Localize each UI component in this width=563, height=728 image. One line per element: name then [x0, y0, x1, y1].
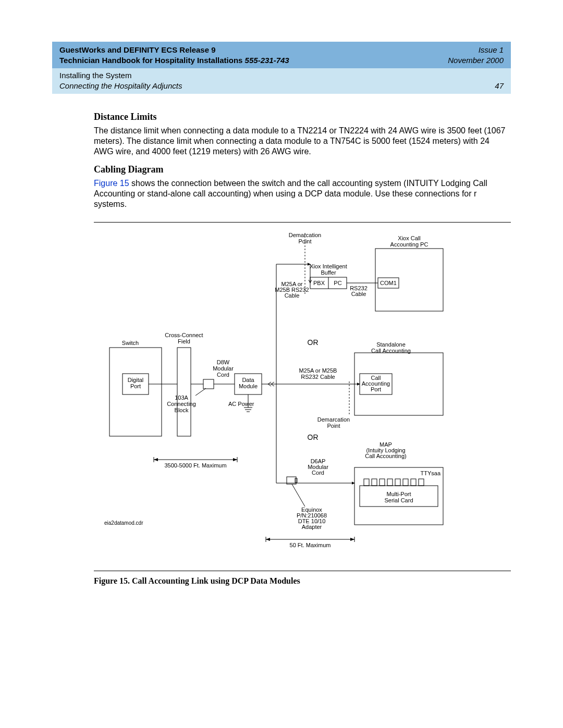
svg-rect-63 [372, 479, 377, 486]
lbl-standalone-1: Standalone [376, 341, 406, 348]
svg-rect-64 [380, 479, 385, 486]
cabling-diagram: Digital Port Switch Cross-Connect Field … [94, 228, 480, 556]
header-dark: GuestWorks and DEFINITY ECS Release 9 Te… [52, 42, 511, 68]
lbl-or-1: OR [308, 338, 319, 347]
page-number: 47 [495, 81, 504, 91]
svg-text:Connecting: Connecting [167, 401, 196, 407]
lbl-eia-file: eia2datamod.cdr [104, 520, 143, 526]
lbl-xiox-pc-1: Xiox Call [398, 235, 420, 241]
lbl-xib-1: Xiox Intelligent [310, 263, 347, 269]
svg-marker-22 [154, 458, 158, 461]
svg-marker-72 [266, 538, 270, 541]
svg-text:Block: Block [175, 407, 189, 413]
hdr-date: November 2000 [448, 55, 504, 66]
svg-text:Modular: Modular [213, 365, 234, 372]
header-light: Installing the System Connecting the Hos… [52, 68, 511, 94]
lbl-pc: PC [334, 280, 341, 286]
lbl-data-module-1: Data [242, 377, 254, 383]
heading-cabling-diagram: Cabling Diagram [94, 164, 511, 175]
figure-ref-link[interactable]: Figure 15 [94, 179, 129, 188]
svg-rect-4 [177, 348, 191, 436]
svg-text:Point: Point [298, 238, 311, 244]
svg-text:Serial Card: Serial Card [384, 497, 413, 503]
lbl-or-2: OR [308, 433, 319, 441]
para-cabling-text: shows the connection between the switch … [94, 179, 487, 208]
svg-text:Port: Port [130, 383, 141, 389]
rule-below-figure [94, 571, 511, 571]
figure-caption: Figure 15. Call Accounting Link using DC… [94, 576, 511, 586]
svg-text:Call Accounting): Call Accounting) [365, 453, 407, 459]
svg-text:Cable: Cable [351, 291, 366, 297]
lbl-serial-1: Multi-Port [386, 491, 411, 497]
svg-text:Accounting PC: Accounting PC [390, 241, 429, 248]
lbl-103a-1: 103A [175, 394, 188, 401]
lbl-dist-3500: 3500-5000 Ft. Maximum [164, 462, 226, 468]
svg-text:Point: Point [327, 423, 340, 429]
svg-text:RS232 Cable: RS232 Cable [301, 374, 335, 380]
svg-text:Call Accounting: Call Accounting [371, 348, 411, 354]
hdr-title-1: GuestWorks and DEFINITY ECS Release 9 [59, 45, 289, 55]
para-cabling-diagram: Figure 15 shows the connection between t… [94, 178, 511, 209]
lbl-switch: Switch [122, 340, 139, 346]
lbl-demarc-2a: Demarcation [317, 416, 350, 423]
lbl-fifty: 50 Ft. Maximum [290, 542, 331, 548]
rule-above-figure [94, 222, 511, 223]
content-area: Distance Limits The distance limit when … [52, 94, 511, 586]
svg-text:Field: Field [178, 338, 190, 344]
svg-text:Port: Port [371, 386, 381, 392]
crumb-1: Installing the System [59, 70, 182, 81]
serial-card-slots [364, 479, 424, 486]
lbl-m25a2-1: M25A or M25B [299, 367, 337, 374]
lbl-com1: COM1 [380, 280, 397, 286]
svg-line-11 [195, 388, 206, 396]
svg-text:Buffer: Buffer [321, 269, 336, 276]
svg-marker-23 [233, 458, 237, 461]
crumb-2: Connecting the Hospitality Adjuncts [59, 81, 182, 91]
hdr-phone: 555-231-743 [245, 56, 289, 65]
hdr-title-2a: Technician Handbook for Hospitality Inst… [59, 56, 245, 65]
svg-marker-73 [350, 538, 354, 541]
lbl-ac-power: AC Power [228, 401, 254, 407]
svg-rect-65 [387, 479, 393, 486]
para-distance-limits: The distance limit when connecting a dat… [94, 126, 511, 157]
svg-rect-68 [411, 479, 416, 486]
svg-text:Cord: Cord [312, 470, 324, 476]
svg-rect-62 [364, 479, 369, 486]
lbl-demarc-1a: Demarcation [289, 232, 321, 238]
hdr-issue: Issue 1 [448, 45, 504, 55]
lbl-ccf-1: Cross-Connect [165, 332, 203, 338]
heading-distance-limits: Distance Limits [94, 112, 511, 122]
lbl-digital-port: Digital [128, 377, 144, 383]
svg-rect-1 [109, 348, 162, 436]
svg-line-52 [292, 484, 305, 507]
svg-text:Module: Module [239, 383, 258, 389]
svg-text:Cord: Cord [217, 372, 229, 378]
svg-text:Cable: Cable [285, 292, 300, 299]
lbl-pbx: PBX [313, 280, 325, 286]
lbl-ttysaa: TTYsaa [420, 470, 440, 476]
svg-rect-7 [203, 379, 214, 389]
svg-rect-66 [395, 479, 400, 486]
svg-text:Adapter: Adapter [302, 524, 322, 530]
svg-rect-67 [403, 479, 408, 486]
svg-rect-69 [419, 479, 424, 486]
lbl-d8w-1: D8W [217, 359, 230, 365]
